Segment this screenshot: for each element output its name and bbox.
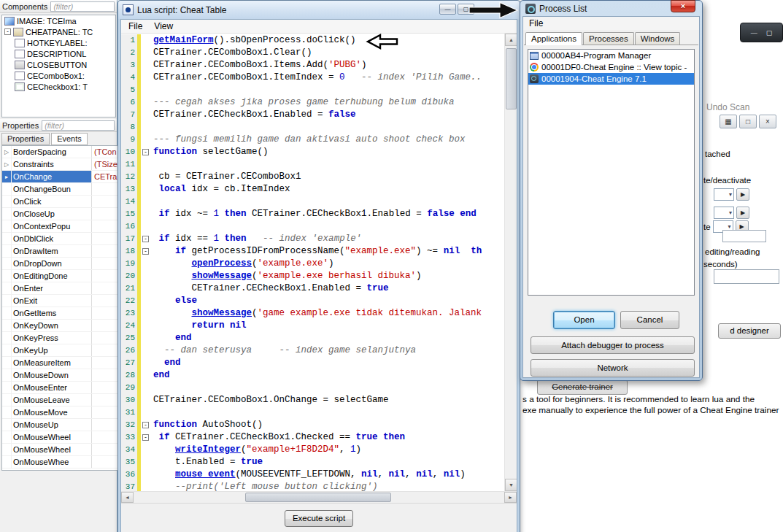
horizontal-scrollbar[interactable]: ◄ ► bbox=[121, 491, 517, 503]
component-tree-item[interactable]: CEComboBox1: bbox=[2, 70, 115, 81]
event-row[interactable]: OnDropDown bbox=[2, 258, 117, 270]
tab-applications[interactable]: Applications bbox=[525, 32, 582, 45]
event-row[interactable]: OnMouseUp bbox=[2, 419, 117, 431]
component-tree-item[interactable]: CLOSEBUTTON bbox=[2, 59, 115, 70]
line-number: 16 bbox=[121, 220, 141, 233]
event-row[interactable]: OnMeasureItem bbox=[2, 357, 117, 369]
open-button[interactable]: Open bbox=[553, 311, 615, 329]
event-row[interactable]: OnExit bbox=[2, 295, 117, 307]
close-icon[interactable]: × bbox=[759, 115, 776, 128]
event-row[interactable]: OnEditingDone bbox=[2, 270, 117, 282]
event-row[interactable]: OnMouseWheel bbox=[2, 444, 117, 456]
properties-filter-input[interactable]: (filter) bbox=[42, 120, 115, 131]
fold-collapse-icon[interactable]: - bbox=[142, 236, 149, 242]
component-label: DESCRIPTIONL bbox=[27, 50, 86, 58]
code-text: function selectGame() bbox=[150, 146, 504, 158]
event-row[interactable]: OnChangeBoun bbox=[2, 183, 117, 196]
code-line: 2CETrainer.CEComboBox1.Clear() bbox=[121, 47, 504, 59]
event-row[interactable]: OnMouseDown bbox=[2, 369, 117, 382]
component-tree-item[interactable]: CECheckbox1: T bbox=[2, 81, 115, 92]
process-list-item[interactable]: 00001DF0-Cheat Engine :: View topic - bbox=[528, 61, 694, 73]
menu-file[interactable]: File bbox=[523, 18, 549, 29]
component-tree-item[interactable]: HOTKEYLABEL: bbox=[2, 37, 115, 48]
code-area[interactable]: 1getMainForm().sbOpenProcess.doClick()2C… bbox=[121, 34, 504, 491]
restore-icon[interactable]: □ bbox=[739, 115, 757, 128]
process-list-item[interactable]: 00001904-Cheat Engine 7.1 bbox=[528, 73, 694, 85]
event-row[interactable]: OnClick bbox=[2, 196, 117, 208]
event-row[interactable]: OnMouseEnter bbox=[2, 382, 117, 394]
vertical-scrollbar[interactable]: ▲ ▼ bbox=[504, 34, 517, 491]
event-row[interactable]: ▷BorderSpacing(TCon bbox=[2, 146, 117, 158]
event-value bbox=[92, 394, 117, 406]
code-line: 34 writeInteger("example+1F8D2D4", 1) bbox=[121, 444, 504, 456]
component-tree-item[interactable]: DESCRIPTIONL bbox=[2, 48, 115, 59]
event-row[interactable]: OnGetItems bbox=[2, 307, 117, 320]
grid-icon[interactable]: ▦ bbox=[720, 115, 737, 128]
event-row[interactable]: ▷Constraints(TSize bbox=[2, 158, 117, 171]
process-list[interactable]: 00000AB4-Program Manager00001DF0-Cheat E… bbox=[528, 49, 695, 296]
collapse-box-icon[interactable]: - bbox=[4, 28, 11, 35]
fold-collapse-icon[interactable]: - bbox=[142, 149, 149, 155]
event-row[interactable]: OnKeyUp bbox=[2, 344, 117, 357]
event-row[interactable]: OnContextPopu bbox=[2, 220, 117, 233]
scroll-down-icon[interactable]: ▼ bbox=[505, 479, 517, 491]
close-button[interactable]: × bbox=[671, 0, 695, 12]
code-line: 24 return nil bbox=[121, 320, 504, 332]
component-tree-item[interactable]: IMAGE: TCEIma bbox=[2, 15, 115, 26]
event-row[interactable]: OnMouseWheel bbox=[2, 431, 117, 444]
scroll-left-icon[interactable]: ◄ bbox=[121, 492, 134, 503]
components-filter-input[interactable]: (filter) bbox=[50, 1, 115, 12]
lua-code-editor[interactable]: 1getMainForm().sbOpenProcess.doClick()2C… bbox=[121, 34, 517, 491]
events-grid[interactable]: ▷BorderSpacing(TCon▷Constraints(TSize▸On… bbox=[1, 145, 117, 471]
fold-collapse-icon[interactable]: - bbox=[142, 248, 149, 255]
tab-processes[interactable]: Processes bbox=[583, 32, 634, 45]
event-name: OnKeyDown bbox=[12, 320, 92, 331]
event-row[interactable]: OnMouseWhee bbox=[2, 456, 117, 469]
generate-trainer-button[interactable]: Generate trainer bbox=[537, 379, 628, 395]
maximize-icon[interactable]: ▢ bbox=[766, 29, 773, 36]
execute-script-button[interactable]: Execute script bbox=[285, 510, 353, 527]
component-tree-item[interactable]: -CHEATPANEL: TC bbox=[2, 26, 115, 37]
scroll-up-icon[interactable]: ▲ bbox=[505, 34, 517, 46]
play-button[interactable]: ▶ bbox=[736, 207, 749, 219]
menu-file[interactable]: File bbox=[123, 20, 148, 32]
tab-properties[interactable]: Properties bbox=[1, 133, 50, 145]
process-list-item[interactable]: 00000AB4-Program Manager bbox=[528, 50, 694, 61]
event-row[interactable]: OnDrawItem bbox=[2, 245, 117, 258]
scroll-right-icon[interactable]: ► bbox=[504, 492, 517, 503]
attach-debugger-button[interactable]: Attach debugger to process bbox=[531, 336, 695, 354]
hotkey-dropdown[interactable]: ▾ bbox=[714, 188, 734, 201]
hotkey-dropdown[interactable]: ▾ bbox=[714, 207, 734, 219]
minimize-icon[interactable]: — bbox=[751, 29, 757, 36]
event-row[interactable]: OnDblClick bbox=[2, 233, 117, 245]
components-tree[interactable]: IMAGE: TCEIma-CHEATPANEL: TCHOTKEYLABEL:… bbox=[1, 15, 116, 117]
tab-windows[interactable]: Windows bbox=[635, 32, 681, 45]
hscrollbar-thumb[interactable] bbox=[245, 493, 391, 502]
event-row[interactable]: OnMouseLeave bbox=[2, 394, 117, 406]
event-value bbox=[92, 270, 117, 282]
event-row[interactable]: ▸OnChangeCETra bbox=[2, 171, 117, 183]
designer-button-fragment[interactable]: d designer bbox=[718, 323, 781, 339]
line-number: 19 bbox=[121, 258, 141, 270]
tab-events[interactable]: Events bbox=[51, 133, 88, 145]
interval-input-fragment[interactable] bbox=[714, 269, 779, 284]
event-row[interactable]: OnKeyPress bbox=[2, 332, 117, 344]
process-list-menubar: File bbox=[523, 17, 699, 30]
network-button[interactable]: Network bbox=[531, 359, 695, 377]
minimize-button[interactable]: — bbox=[439, 4, 456, 15]
event-row[interactable]: OnKeyDown bbox=[2, 320, 117, 332]
undo-scan-button[interactable]: Undo Scan bbox=[706, 102, 749, 112]
event-row[interactable]: OnMouseMove bbox=[2, 406, 117, 419]
cancel-button[interactable]: Cancel bbox=[620, 311, 679, 329]
vscrollbar-thumb[interactable] bbox=[506, 48, 517, 109]
fold-collapse-icon[interactable]: - bbox=[142, 422, 149, 428]
event-row[interactable]: OnEnter bbox=[2, 282, 117, 295]
menu-view[interactable]: View bbox=[148, 20, 179, 32]
play-button[interactable]: ▶ bbox=[736, 188, 749, 201]
event-name: OnDrawItem bbox=[12, 245, 92, 257]
code-line: 17- if idx == 1 then -- index 'example' bbox=[121, 233, 504, 245]
fold-collapse-icon[interactable]: - bbox=[142, 434, 149, 441]
line-number: 32 bbox=[121, 419, 141, 431]
value-input-fragment[interactable] bbox=[722, 230, 766, 242]
event-row[interactable]: OnCloseUp bbox=[2, 208, 117, 220]
